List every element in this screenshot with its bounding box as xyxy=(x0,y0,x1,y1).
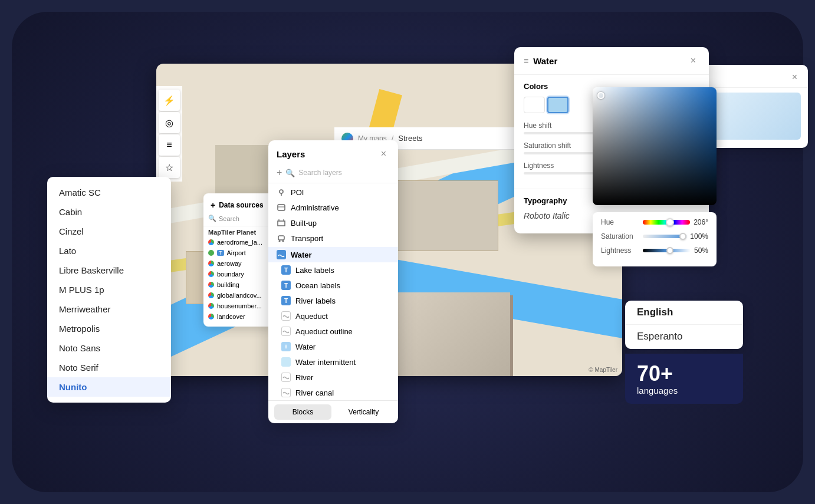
font-item-merri[interactable]: Merriweather xyxy=(47,299,171,319)
ds-dot-landcover xyxy=(208,314,214,319)
map-credit: © MapTiler xyxy=(589,367,617,373)
layer-water[interactable]: Water xyxy=(268,339,398,354)
lang-badge-text: languages xyxy=(637,386,731,396)
swatch-lightblue[interactable] xyxy=(547,97,568,113)
layer-builtup[interactable]: Built-up xyxy=(268,215,398,230)
datasources-search[interactable]: 🔍 Search xyxy=(203,213,274,226)
layer-aqueduct[interactable]: Aqueduct xyxy=(268,308,398,324)
language-badge: 70+ languages xyxy=(625,354,743,404)
toolbar-layers[interactable]: ≡ xyxy=(159,134,180,156)
ds-dot-airport xyxy=(208,250,214,256)
poi-icon xyxy=(277,187,286,197)
color-picker[interactable] xyxy=(593,87,717,205)
saturation-track[interactable] xyxy=(643,235,686,238)
layer-lake-labels[interactable]: T Lake labels xyxy=(268,262,398,278)
font-item-libre[interactable]: Libre Baskerville xyxy=(47,261,171,280)
ds-item-boundary[interactable]: boundary xyxy=(203,269,274,279)
layer-river-canal[interactable]: River canal xyxy=(268,385,398,400)
color-picker-cursor[interactable] xyxy=(597,92,604,99)
layers-add-icon[interactable]: + xyxy=(277,167,282,178)
layer-administrative[interactable]: Administrative xyxy=(268,200,398,215)
layers-tabs: Blocks Verticality xyxy=(268,400,398,423)
ds-item-housenumber[interactable]: housenumber... xyxy=(203,301,274,311)
map-block-2 xyxy=(392,180,498,251)
font-item-noto-serif[interactable]: Noto Serif xyxy=(47,358,171,377)
layer-ocean-labels[interactable]: T Ocean labels xyxy=(268,278,398,293)
map-title: Streets xyxy=(398,134,422,143)
tab-blocks[interactable]: Blocks xyxy=(274,404,331,420)
admin-icon xyxy=(277,203,286,212)
datasources-header: + Data sources xyxy=(203,198,274,213)
svg-rect-2 xyxy=(278,205,285,210)
water-panel-header-left: ≡ Water xyxy=(524,56,557,66)
aqueduct-icon xyxy=(281,311,291,321)
layer-water-group[interactable]: Water xyxy=(268,247,398,262)
hue-thumb[interactable] xyxy=(666,218,674,226)
svg-rect-7 xyxy=(278,236,284,240)
water-panel-title: Water xyxy=(533,56,557,66)
layers-panel: Layers × + 🔍 Search layers POI Administr… xyxy=(268,140,398,423)
font-item-cinzel[interactable]: Cinzel xyxy=(47,222,171,241)
font-item-amatic[interactable]: Amatic SC xyxy=(47,183,171,202)
layer-river[interactable]: River xyxy=(268,370,398,385)
language-panel: English Esperanto xyxy=(625,301,743,349)
layer-river-labels[interactable]: T River labels xyxy=(268,293,398,308)
lake-labels-icon: T xyxy=(281,265,291,275)
ds-dot-building xyxy=(208,282,214,288)
lang-badge-number: 70+ xyxy=(637,362,731,386)
toolbar-location[interactable]: ◎ xyxy=(159,112,180,133)
svg-point-0 xyxy=(280,190,283,193)
layer-water-intermittent[interactable]: Water intermittent xyxy=(268,354,398,370)
font-item-metro[interactable]: Metropolis xyxy=(47,319,171,338)
lightness-hsl-thumb[interactable] xyxy=(666,247,673,254)
aqueduct-outline-icon xyxy=(281,327,291,336)
datasources-panel: + Data sources 🔍 Search MapTiler Planet … xyxy=(203,193,274,327)
hue-value: 206° xyxy=(694,218,708,226)
ds-item-building[interactable]: building xyxy=(203,279,274,290)
ds-item-landcover[interactable]: landcover xyxy=(203,311,274,322)
river-icon xyxy=(281,373,291,382)
lang-item-esperanto[interactable]: Esperanto xyxy=(625,325,743,349)
water-fill-icon xyxy=(281,342,291,351)
ds-type-airport: T xyxy=(217,250,224,256)
font-item-lato[interactable]: Lato xyxy=(47,241,171,261)
layers-title: Layers xyxy=(277,149,305,159)
water-panel-menu-icon[interactable]: ≡ xyxy=(524,56,528,65)
saturation-thumb[interactable] xyxy=(679,233,686,240)
datasource-section: MapTiler Planet xyxy=(203,226,274,237)
layer-poi[interactable]: POI xyxy=(268,185,398,200)
water-group-icon xyxy=(277,250,286,259)
saturation-value: 100% xyxy=(690,232,708,241)
font-item-mplus[interactable]: M PLUS 1p xyxy=(47,280,171,299)
font-item-noto-sans[interactable]: Noto Sans xyxy=(47,338,171,358)
ds-dot-boundary xyxy=(208,271,214,277)
map-toolbar: ⚡ ◎ ≡ ☆ xyxy=(156,86,182,182)
datasources-title: Data sources xyxy=(219,201,263,209)
ds-dot-housenumber xyxy=(208,303,214,309)
layer-transport[interactable]: Transport xyxy=(268,230,398,246)
ds-item-globalland[interactable]: globallandcov... xyxy=(203,290,274,301)
toolbar-lightning[interactable]: ⚡ xyxy=(159,90,180,111)
lang-item-english[interactable]: English xyxy=(625,301,743,325)
swatch-white[interactable] xyxy=(524,97,545,113)
water-panel-close-button[interactable]: × xyxy=(687,54,699,67)
lightness-hsl-track[interactable] xyxy=(643,249,691,252)
wp2-close-button[interactable]: × xyxy=(788,71,801,84)
ds-item-aeroway[interactable]: aeroway xyxy=(203,258,274,269)
tab-verticality[interactable]: Verticality xyxy=(335,404,392,420)
hue-label: Hue xyxy=(601,218,639,226)
add-datasource-icon[interactable]: + xyxy=(211,200,215,210)
svg-point-9 xyxy=(282,241,284,242)
layers-search[interactable]: + 🔍 Search layers xyxy=(268,165,398,183)
ds-item-airport[interactable]: T Airport xyxy=(203,248,274,258)
font-item-cabin[interactable]: Cabin xyxy=(47,202,171,222)
builtup-icon xyxy=(277,218,286,228)
hue-row: Hue 206° xyxy=(601,218,708,226)
layer-aqueduct-outline[interactable]: Aqueduct outline xyxy=(268,324,398,339)
hue-track[interactable] xyxy=(643,220,690,225)
layers-close-button[interactable]: × xyxy=(377,147,390,160)
toolbar-star[interactable]: ☆ xyxy=(159,157,180,178)
font-item-nunito[interactable]: Nunito xyxy=(47,377,171,397)
ds-item-aerodrome[interactable]: aerodrome_la... xyxy=(203,237,274,248)
hsl-panel: Hue 206° Saturation 100% Lightness 50% xyxy=(593,212,717,266)
